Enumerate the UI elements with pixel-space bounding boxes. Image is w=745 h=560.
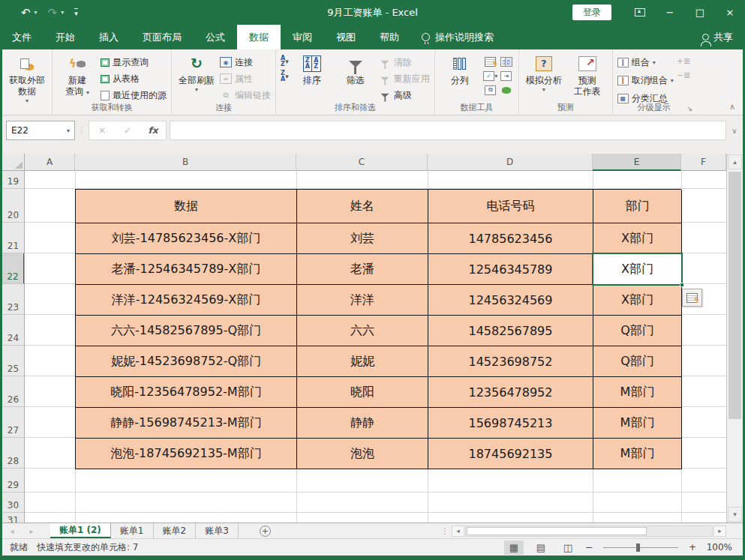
ribbon-display-options-button[interactable]	[625, 0, 655, 25]
table-cell-c25[interactable]: 妮妮	[297, 346, 428, 377]
get-external-data-button[interactable]: 获取外部数据 ▾	[7, 52, 47, 105]
row-header-31[interactable]: 31	[2, 513, 24, 523]
insert-function-icon[interactable]: fx	[140, 125, 166, 136]
tab-formulas[interactable]: 公式	[194, 25, 237, 49]
row-header-26[interactable]: 26	[2, 376, 24, 407]
sheet-nav-right-icon[interactable]: ▸	[22, 523, 41, 538]
column-header-c[interactable]: C	[296, 154, 428, 171]
filter-button[interactable]: 筛选	[335, 52, 376, 86]
horizontal-scroll-thumb[interactable]	[467, 527, 647, 535]
row-header-21[interactable]: 21	[2, 223, 24, 253]
table-header-cell[interactable]: 电话号码	[428, 190, 593, 223]
active-cell-e22[interactable]: X部门	[593, 254, 682, 285]
hscroll-right-icon[interactable]: ▸	[713, 526, 726, 537]
text-to-columns-button[interactable]: 分列	[440, 52, 480, 86]
table-cell-c24[interactable]: 六六	[297, 316, 428, 346]
table-cell-e21[interactable]: X部门	[593, 223, 682, 254]
table-cell-d21[interactable]: 14785623456	[428, 223, 593, 254]
table-cell-b21[interactable]: 刘芸-14785623456-X部门	[76, 223, 297, 254]
vertical-scroll-thumb[interactable]	[728, 172, 741, 419]
column-header-e[interactable]: E	[593, 154, 681, 171]
table-cell-c21[interactable]: 刘芸	[297, 223, 428, 254]
table-cell-d24[interactable]: 14582567895	[428, 316, 593, 346]
sheet-tab-2[interactable]: 账单2	[154, 523, 197, 538]
table-cell-c26[interactable]: 晓阳	[297, 377, 428, 408]
tab-view[interactable]: 视图	[324, 25, 368, 49]
zoom-in-button[interactable]: +	[689, 542, 696, 553]
table-cell-e23[interactable]: X部门	[593, 285, 682, 316]
table-cell-c23[interactable]: 洋洋	[297, 285, 428, 316]
consolidate-button[interactable]: ⇥	[499, 69, 514, 82]
view-normal-button[interactable]: ▦	[504, 541, 524, 555]
table-cell-d22[interactable]: 12546345789	[428, 254, 593, 285]
column-header-f[interactable]: F	[681, 154, 726, 171]
view-page-break-button[interactable]: ◫	[558, 541, 578, 555]
sheet-nav-left-icon[interactable]: ◂	[2, 523, 22, 538]
zoom-slider[interactable]	[603, 547, 678, 548]
tab-data[interactable]: 数据	[237, 25, 281, 49]
dialog-launcher-icon[interactable]: ↘	[687, 105, 693, 112]
table-cell-e28[interactable]: M部门	[593, 439, 682, 469]
group-button[interactable]: ‖组合▾	[617, 55, 674, 70]
maximize-button[interactable]: □	[685, 0, 715, 25]
vertical-scrollbar[interactable]: ▴ ▾	[726, 154, 743, 523]
table-cell-c27[interactable]: 静静	[297, 408, 428, 439]
share-button[interactable]: 共享	[702, 25, 745, 49]
row-header-29[interactable]: 29	[2, 469, 24, 493]
table-cell-e27[interactable]: M部门	[593, 408, 682, 439]
zoom-slider-thumb[interactable]	[636, 544, 640, 552]
table-cell-d23[interactable]: 12456324569	[428, 285, 593, 316]
tab-insert[interactable]: 插入	[87, 25, 131, 49]
table-cell-b27[interactable]: 静静-15698745213-M部门	[76, 408, 297, 439]
row-header-25[interactable]: 25	[2, 346, 24, 376]
row-header-28[interactable]: 28	[2, 438, 24, 469]
table-cell-b28[interactable]: 泡泡-18745692135-M部门	[76, 439, 297, 469]
table-cell-c22[interactable]: 老潘	[297, 254, 428, 285]
row-header-23[interactable]: 23	[2, 284, 24, 315]
horizontal-scrollbar[interactable]	[465, 526, 713, 537]
data-validation-button[interactable]: ✓▾	[483, 69, 498, 82]
undo-icon[interactable]: ↶	[21, 6, 31, 19]
table-cell-b26[interactable]: 晓阳-12356478952-M部门	[76, 377, 297, 408]
sort-descending-button[interactable]: ZA▾	[281, 70, 289, 82]
table-cell-b22[interactable]: 老潘-12546345789-X部门	[76, 254, 297, 285]
tab-review[interactable]: 审阅	[281, 25, 324, 49]
sheet-tab-3[interactable]: 账单3	[196, 523, 239, 538]
row-header-20[interactable]: 20	[2, 189, 24, 223]
advanced-filter-button[interactable]: 高级	[379, 88, 430, 103]
connections-button[interactable]: ◉连接	[220, 55, 271, 70]
table-cell-b24[interactable]: 六六-14582567895-Q部门	[76, 316, 297, 346]
from-table-button[interactable]: 从表格	[101, 71, 167, 86]
zoom-level[interactable]: 100%	[704, 542, 732, 553]
refresh-all-button[interactable]: ↻ 全部刷新 ▾	[176, 52, 217, 94]
name-box-dropdown-icon[interactable]: ▾	[67, 127, 70, 134]
table-cell-d27[interactable]: 15698745213	[428, 408, 593, 439]
tab-file[interactable]: 文件	[0, 25, 44, 49]
table-cell-b23[interactable]: 洋洋-12456324569-X部门	[76, 285, 297, 316]
column-header-b[interactable]: B	[75, 154, 296, 171]
tab-split-handle[interactable]: ⋮	[438, 523, 452, 538]
table-cell-d28[interactable]: 18745692135	[428, 439, 593, 469]
table-cell-d26[interactable]: 12356478952	[428, 377, 593, 408]
what-if-analysis-button[interactable]: ? 模拟分析 ▾	[524, 52, 564, 94]
row-header-24[interactable]: 24	[2, 315, 24, 346]
collapse-ribbon-button[interactable]: ∧	[729, 49, 743, 115]
expand-formula-bar-icon[interactable]: ∨	[726, 121, 743, 135]
minimize-button[interactable]: −	[655, 0, 685, 25]
sheet-tab-active[interactable]: 账单1 (2)	[50, 523, 111, 538]
table-header-cell[interactable]: 姓名	[297, 190, 428, 223]
table-header-cell[interactable]: 数据	[76, 190, 297, 223]
table-cell-d25[interactable]: 14523698752	[428, 346, 593, 377]
forecast-sheet-button[interactable]: 预测 工作表	[567, 52, 608, 97]
row-header-19[interactable]: 19	[2, 171, 24, 189]
table-header-cell[interactable]: 部门	[593, 190, 682, 223]
flash-fill-options-button[interactable]	[682, 289, 702, 307]
view-page-layout-button[interactable]: ▤	[531, 541, 551, 555]
select-all-corner[interactable]	[2, 154, 25, 171]
sort-button[interactable]: ZAAZ 排序	[292, 52, 332, 86]
tab-home[interactable]: 开始	[44, 25, 87, 49]
flash-fill-button[interactable]	[483, 55, 498, 68]
show-queries-button[interactable]: 显示查询	[101, 55, 167, 70]
row-header-22[interactable]: 22	[2, 253, 25, 284]
relationships-button[interactable]: ⧉	[483, 83, 498, 97]
